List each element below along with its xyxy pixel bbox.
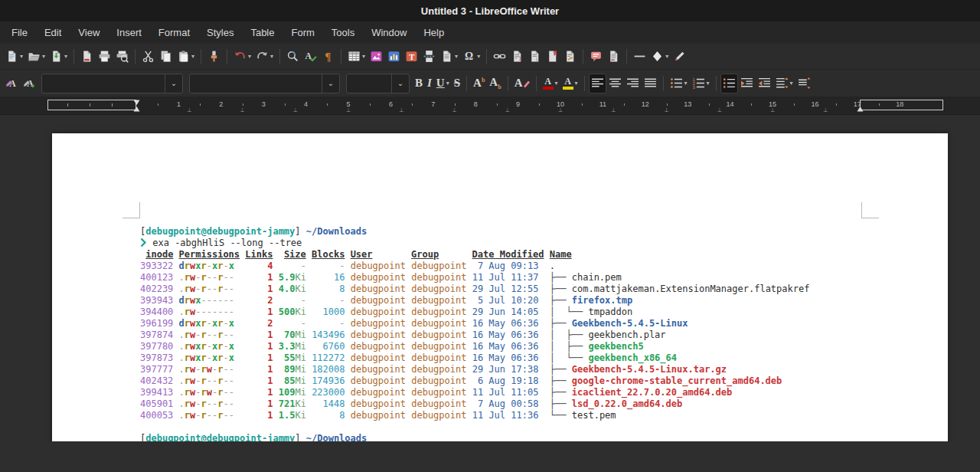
indent-marker[interactable] <box>133 100 140 112</box>
draw-functions-button[interactable] <box>671 47 688 67</box>
insert-chart-button[interactable] <box>385 47 403 67</box>
find-replace-button[interactable] <box>284 47 302 67</box>
menu-form[interactable]: Form <box>283 23 322 42</box>
dropdown-arrow-icon[interactable]: ▾ <box>477 53 480 60</box>
paste-button[interactable]: ▾ <box>175 47 197 67</box>
clone-formatting-button[interactable] <box>205 47 223 67</box>
insert-image-button[interactable] <box>368 47 385 67</box>
font-name-combobox[interactable]: ⌄ <box>189 74 340 93</box>
dropdown-arrow-icon[interactable]: ▾ <box>575 80 578 87</box>
dropdown-arrow-icon[interactable]: ▾ <box>455 53 458 60</box>
dropdown-arrow-icon[interactable]: ▾ <box>64 53 67 60</box>
special-character-button[interactable]: Ω▾ <box>460 47 482 67</box>
align-justify-button[interactable] <box>642 74 659 93</box>
ruler-number: 6 <box>389 100 393 108</box>
basic-shapes-button[interactable]: ▾ <box>648 47 671 67</box>
right-indent-marker[interactable] <box>857 106 864 112</box>
dropdown-arrow-icon[interactable]: ▾ <box>42 53 45 60</box>
chevron-down-icon[interactable]: ⌄ <box>322 74 339 93</box>
menu-window[interactable]: Window <box>363 23 415 42</box>
formatting-marks-button[interactable]: ¶ <box>319 47 337 67</box>
menu-styles[interactable]: Styles <box>198 23 242 42</box>
tab-stop-marker: ⊥ <box>240 107 244 113</box>
underline-button[interactable]: U▾ <box>434 74 452 93</box>
font-color-button[interactable]: A▾ <box>541 74 560 93</box>
line-spacing-button[interactable]: ▾ <box>773 74 795 93</box>
dropdown-arrow-icon[interactable]: ▾ <box>684 80 688 87</box>
menu-file[interactable]: File <box>3 23 36 42</box>
track-changes-button[interactable] <box>605 47 622 67</box>
insert-table-button[interactable]: ▾ <box>345 47 368 67</box>
date-modified: 5 Jul 10:20 <box>478 295 538 306</box>
update-style-button[interactable]: A <box>3 74 21 93</box>
links: 4 <box>267 261 273 271</box>
menu-table[interactable]: Table <box>242 23 283 42</box>
superscript-button[interactable]: Ab <box>471 74 487 93</box>
menu-edit[interactable]: Edit <box>36 23 70 42</box>
undo-button[interactable]: ▾ <box>231 47 253 67</box>
cross-reference-button[interactable] <box>561 47 579 67</box>
menu-view[interactable]: View <box>70 23 108 42</box>
page[interactable]: [debugpoint@debugpoint-jammy] ~/Download… <box>52 133 948 441</box>
bold-button[interactable]: B <box>413 74 425 93</box>
export-pdf-button[interactable] <box>78 47 96 67</box>
clear-formatting-button[interactable]: A <box>512 74 532 93</box>
dropdown-arrow-icon[interactable]: ▾ <box>362 53 365 60</box>
insert-textbox-button[interactable]: T <box>403 47 420 67</box>
font-size-combobox[interactable]: ⌄ <box>346 74 410 93</box>
copy-button[interactable] <box>157 47 175 67</box>
dropdown-arrow-icon[interactable]: ▾ <box>270 53 273 60</box>
dropdown-arrow-icon[interactable]: ▾ <box>790 80 793 87</box>
align-left-button[interactable] <box>589 74 606 93</box>
inode: 393322 <box>140 261 173 271</box>
indent-increase-button[interactable] <box>738 74 756 93</box>
dropdown-arrow-icon[interactable]: ▾ <box>707 80 710 87</box>
strikethrough-button[interactable]: S <box>452 74 462 93</box>
dropdown-arrow-icon[interactable]: ▾ <box>665 53 668 60</box>
spelling-button[interactable]: A <box>302 47 319 67</box>
chevron-down-icon[interactable]: ⌄ <box>165 74 182 93</box>
align-center-button[interactable] <box>606 74 624 93</box>
cut-button[interactable] <box>139 47 157 67</box>
align-right-button[interactable] <box>624 74 642 93</box>
subscript-button[interactable]: Ab <box>487 74 503 93</box>
comment-button[interactable] <box>587 47 605 67</box>
dropdown-arrow-icon[interactable]: ▾ <box>20 53 23 60</box>
paragraph-style-combobox[interactable]: ⌄ <box>41 74 183 93</box>
highlight-button[interactable]: A▾ <box>560 74 580 93</box>
file-name: geekbench.plar <box>588 329 665 340</box>
horizontal-line-button[interactable] <box>631 47 648 67</box>
hyperlink-button[interactable] <box>491 47 508 67</box>
new-document-button[interactable]: ▾ <box>3 47 25 67</box>
print-button[interactable] <box>96 47 113 67</box>
para-spacing-button[interactable] <box>795 74 813 93</box>
menu-help[interactable]: Help <box>415 23 452 42</box>
insert-field-button[interactable]: ▾ <box>438 47 460 67</box>
print-preview-button[interactable] <box>113 47 131 67</box>
dropdown-arrow-icon[interactable]: ▾ <box>446 80 449 87</box>
menubar: FileEditViewInsertFormatStylesTableFormT… <box>0 21 980 44</box>
save-button[interactable]: ▾ <box>47 47 70 67</box>
insert-endnote-button[interactable]: i <box>526 47 544 67</box>
list-toggle-button[interactable] <box>720 74 738 93</box>
numbering-button[interactable]: 123▾ <box>690 74 712 93</box>
permissions: .rw-r--r-- <box>179 284 234 294</box>
chevron-down-icon[interactable]: ⌄ <box>391 74 409 93</box>
page-break-button[interactable] <box>420 47 438 67</box>
open-button[interactable]: ▾ <box>25 47 47 67</box>
new-style-button[interactable]: A <box>21 74 38 93</box>
bookmark-button[interactable] <box>544 47 561 67</box>
toolbar-separator <box>466 76 467 91</box>
redo-button[interactable]: ▾ <box>253 47 276 67</box>
dropdown-arrow-icon[interactable]: ▾ <box>248 53 251 60</box>
toolbar-separator <box>536 76 537 91</box>
bullets-button[interactable]: ▾ <box>668 74 690 93</box>
menu-format[interactable]: Format <box>150 23 198 42</box>
italic-button[interactable]: I <box>425 74 434 93</box>
menu-insert[interactable]: Insert <box>108 23 150 42</box>
dropdown-arrow-icon[interactable]: ▾ <box>191 53 194 60</box>
indent-decrease-button[interactable] <box>756 74 773 93</box>
insert-footnote-button[interactable]: 1 <box>508 47 526 67</box>
dropdown-arrow-icon[interactable]: ▾ <box>555 80 558 87</box>
menu-tools[interactable]: Tools <box>323 23 363 42</box>
